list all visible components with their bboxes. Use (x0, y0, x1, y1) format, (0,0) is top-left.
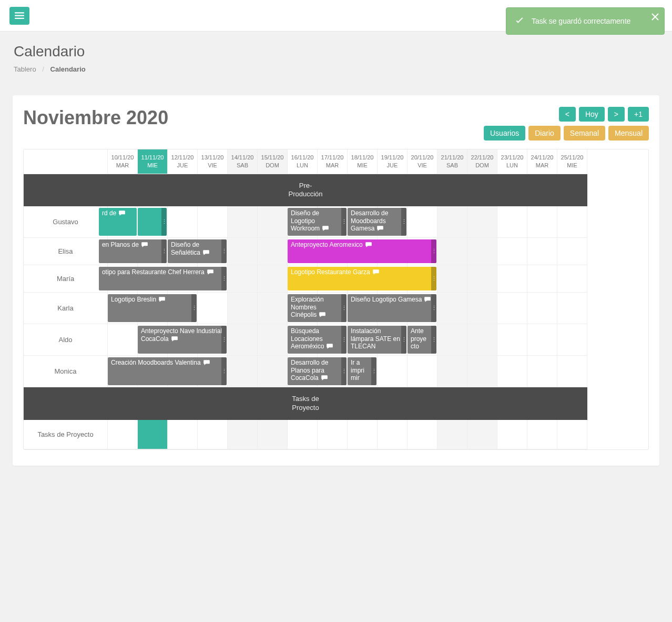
calendar-cell[interactable] (527, 238, 557, 265)
task-bar[interactable]: Diseño de Logotipo Workroom (288, 208, 347, 236)
calendar-cell[interactable] (527, 420, 557, 449)
view-monthly-button[interactable]: Mensual (608, 126, 649, 141)
calendar-cell[interactable] (408, 356, 437, 387)
task-resize-handle[interactable] (341, 208, 347, 236)
task-resize-handle[interactable] (161, 239, 167, 263)
calendar-cell[interactable] (437, 206, 467, 238)
calendar-cell[interactable] (497, 420, 527, 449)
task-bar[interactable]: Anteproyecto Nave Industrial CocaCola (138, 326, 227, 354)
calendar-cell[interactable] (467, 206, 497, 238)
calendar-cell[interactable] (408, 206, 437, 238)
calendar-cell[interactable] (108, 420, 138, 449)
calendar-cell[interactable] (437, 356, 467, 387)
task-resize-handle[interactable] (431, 326, 436, 354)
calendar-cell[interactable] (288, 420, 318, 449)
task-bar[interactable]: rd de (99, 208, 137, 236)
calendar-cell[interactable] (437, 293, 467, 324)
task-resize-handle[interactable] (341, 326, 347, 354)
calendar-cell[interactable] (557, 356, 587, 387)
calendar-cell[interactable] (258, 356, 288, 387)
task-resize-handle[interactable] (401, 326, 406, 354)
task-bar[interactable]: Instalación lámpara SATE en TLECAN (348, 326, 406, 354)
calendar-cell[interactable] (437, 420, 467, 449)
calendar-cell[interactable] (258, 206, 288, 238)
next-button[interactable]: > (608, 107, 625, 122)
task-bar[interactable]: otipo para Restaurante Chef Herrera (99, 267, 227, 290)
view-users-button[interactable]: Usuarios (484, 126, 525, 141)
calendar-cell[interactable] (497, 324, 527, 356)
task-resize-handle[interactable] (221, 239, 227, 263)
calendar-cell[interactable] (168, 206, 198, 238)
calendar-cell[interactable] (228, 356, 258, 387)
today-button[interactable]: Hoy (579, 107, 605, 122)
task-bar[interactable]: Ir a impri mir (348, 357, 376, 385)
task-resize-handle[interactable] (221, 357, 227, 385)
calendar-cell[interactable] (527, 293, 557, 324)
view-weekly-button[interactable]: Semanal (564, 126, 605, 141)
calendar-cell[interactable] (557, 324, 587, 356)
task-bar[interactable]: Creación Moodboards Valentina (108, 357, 227, 385)
task-resize-handle[interactable] (161, 208, 167, 236)
task-bar[interactable]: Logotipo Breslin (108, 294, 197, 322)
calendar-cell[interactable] (228, 238, 258, 265)
calendar-cell[interactable] (198, 206, 228, 238)
prev-button[interactable]: < (559, 107, 576, 122)
task-bar[interactable]: Diseño Logotipo Gamesa (348, 294, 436, 322)
calendar-cell[interactable] (497, 265, 527, 293)
calendar-cell[interactable] (437, 324, 467, 356)
task-resize-handle[interactable] (431, 267, 436, 290)
menu-toggle-button[interactable] (9, 7, 29, 25)
task-bar[interactable]: Exploración Nombres Cinépolis (288, 294, 347, 322)
view-daily-button[interactable]: Diario (528, 126, 561, 141)
calendar-cell[interactable] (408, 420, 437, 449)
calendar-cell[interactable] (198, 420, 228, 449)
calendar-cell[interactable] (228, 293, 258, 324)
task-bar[interactable]: Anteproyecto Aeromexico (288, 239, 436, 263)
calendar-cell[interactable] (497, 238, 527, 265)
calendar-cell[interactable] (557, 206, 587, 238)
calendar-cell[interactable] (557, 265, 587, 293)
plus-one-button[interactable]: +1 (628, 107, 649, 122)
calendar-cell[interactable] (467, 265, 497, 293)
task-bar[interactable]: en Planos de (99, 239, 167, 263)
task-bar[interactable]: Desarrollo de Planos para CocaCola (288, 357, 347, 385)
task-resize-handle[interactable] (371, 357, 376, 385)
task-resize-handle[interactable] (401, 208, 406, 236)
calendar-cell[interactable] (467, 420, 497, 449)
task-bar[interactable] (138, 208, 167, 236)
calendar-cell[interactable] (467, 324, 497, 356)
task-bar[interactable]: Logotipo Restaurante Garza (288, 267, 436, 290)
calendar-cell[interactable] (378, 420, 408, 449)
calendar-cell[interactable] (467, 238, 497, 265)
calendar-cell[interactable] (228, 206, 258, 238)
calendar-cell[interactable] (228, 324, 258, 356)
calendar-cell[interactable] (168, 420, 198, 449)
calendar-cell[interactable] (527, 265, 557, 293)
calendar-cell[interactable] (557, 293, 587, 324)
task-resize-handle[interactable] (191, 294, 197, 322)
calendar-cell[interactable] (138, 420, 168, 449)
calendar-cell[interactable] (497, 293, 527, 324)
task-bar[interactable]: Ante proye cto (408, 326, 436, 354)
calendar-cell[interactable] (108, 324, 138, 356)
calendar-cell[interactable] (557, 238, 587, 265)
task-resize-handle[interactable] (431, 294, 436, 322)
calendar-cell[interactable] (258, 238, 288, 265)
calendar-cell[interactable] (467, 293, 497, 324)
calendar-cell[interactable] (497, 206, 527, 238)
task-bar[interactable]: Diseño de Señalética (168, 239, 227, 263)
calendar-cell[interactable] (378, 356, 408, 387)
breadcrumb-root[interactable]: Tablero (14, 65, 36, 73)
task-resize-handle[interactable] (221, 326, 227, 354)
calendar-cell[interactable] (348, 420, 378, 449)
calendar-cell[interactable] (557, 420, 587, 449)
calendar-cell[interactable] (258, 324, 288, 356)
calendar-cell[interactable] (258, 420, 288, 449)
task-resize-handle[interactable] (341, 357, 347, 385)
calendar-cell[interactable] (527, 206, 557, 238)
calendar-cell[interactable] (527, 324, 557, 356)
task-bar[interactable]: Búsqueda Locaciones Aeroméxico (288, 326, 347, 354)
task-resize-handle[interactable] (431, 239, 436, 263)
calendar-cell[interactable] (527, 356, 557, 387)
calendar-cell[interactable] (198, 293, 228, 324)
